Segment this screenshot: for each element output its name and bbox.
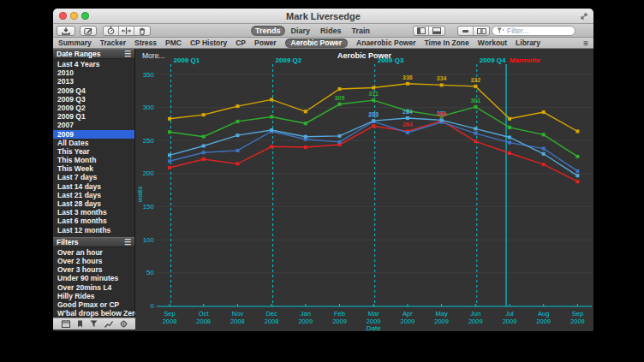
date-range-2009-q2[interactable]: 2009 Q2: [53, 104, 134, 112]
data-point-sky-blue-0[interactable]: [168, 153, 171, 157]
chart-icon[interactable]: [104, 320, 113, 328]
data-point-yellow-0[interactable]: [168, 117, 171, 121]
data-point-green-6[interactable]: [372, 98, 375, 102]
filters-menu-icon[interactable]: ☰: [124, 238, 131, 247]
data-point-sky-blue-2[interactable]: [236, 134, 239, 137]
split-activity-button[interactable]: [119, 27, 134, 35]
tab-pmc[interactable]: PMC: [165, 39, 182, 48]
tiled-view-button[interactable]: [458, 27, 474, 35]
date-range-this-week[interactable]: This Week: [53, 164, 134, 173]
date-range-last-21-days[interactable]: Last 21 days: [53, 191, 134, 199]
data-point-steel-blue-2[interactable]: [236, 149, 239, 152]
date-range-this-year[interactable]: This Year: [53, 147, 134, 156]
tab-workout[interactable]: Workout: [478, 39, 507, 48]
data-point-red-1[interactable]: [202, 157, 206, 161]
data-point-sky-blue-6[interactable]: [372, 119, 375, 122]
data-point-green-5[interactable]: [338, 103, 342, 106]
resize-diagonal-icon[interactable]: [580, 12, 588, 21]
date-ranges-header[interactable]: Date Ranges ☰: [53, 49, 134, 59]
data-point-red-11[interactable]: [542, 163, 546, 166]
data-point-yellow-4[interactable]: [304, 110, 307, 113]
data-point-red-10[interactable]: [508, 151, 511, 155]
date-range-2009[interactable]: 2009: [53, 130, 134, 139]
data-point-steel-blue-5[interactable]: [338, 140, 342, 144]
data-point-green-2[interactable]: [236, 120, 239, 123]
date-range-2009-q3[interactable]: 2009 Q3: [53, 95, 134, 104]
date-range-2009-q1[interactable]: 2009 Q1: [53, 112, 134, 121]
tab-bar-menu-icon[interactable]: ≡: [583, 39, 588, 48]
data-point-green-1[interactable]: [202, 135, 206, 139]
download-activity-button[interactable]: [57, 26, 75, 36]
view-tab-train[interactable]: Train: [348, 26, 375, 36]
filter-hilly-rides[interactable]: Hilly Rides: [53, 292, 134, 300]
data-point-green-11[interactable]: [542, 133, 546, 136]
data-point-sky-blue-4[interactable]: [304, 135, 307, 139]
bookmark-icon[interactable]: [77, 320, 83, 328]
filter-over-2-hours[interactable]: Over 2 hours: [53, 257, 134, 265]
data-point-sky-blue-5[interactable]: [338, 134, 342, 138]
data-point-sky-blue-9[interactable]: [474, 127, 477, 130]
date-range-last-14-days[interactable]: Last 14 days: [53, 182, 134, 191]
data-point-yellow-6[interactable]: [372, 86, 375, 89]
data-point-yellow-12[interactable]: [575, 129, 579, 133]
date-range-2010[interactable]: 2010: [53, 68, 134, 77]
data-point-green-4[interactable]: [304, 122, 307, 125]
data-point-red-3[interactable]: [270, 145, 273, 148]
filter-over-an-hour[interactable]: Over an hour: [53, 248, 134, 257]
tab-anaerobic-power[interactable]: Anaerobic Power: [356, 39, 415, 48]
view-tab-diary[interactable]: Diary: [287, 26, 315, 36]
filters-header[interactable]: Filters ☰: [53, 237, 134, 247]
tab-tracker[interactable]: Tracker: [100, 39, 126, 48]
data-point-steel-blue-11[interactable]: [542, 147, 546, 151]
data-point-red-6[interactable]: [372, 124, 375, 128]
date-range-2007[interactable]: 2007: [53, 121, 134, 129]
data-point-green-12[interactable]: [575, 155, 579, 158]
date-range-2013[interactable]: 2013: [53, 77, 134, 86]
tabbed-view-button[interactable]: [474, 27, 489, 35]
filter-over-20mins-l4[interactable]: Over 20mins L4: [53, 283, 134, 292]
data-point-sky-blue-8[interactable]: [440, 118, 444, 122]
date-range-last-28-days[interactable]: Last 28 days: [53, 199, 134, 208]
filter-under-90-minutes[interactable]: Under 90 minutes: [53, 274, 134, 282]
data-point-red-12[interactable]: [575, 180, 579, 183]
stopwatch-button[interactable]: [104, 27, 119, 35]
view-tab-rides[interactable]: Rides: [316, 26, 346, 36]
data-point-yellow-11[interactable]: [542, 110, 546, 114]
tab-cp[interactable]: CP: [236, 39, 246, 48]
data-point-sky-blue-11[interactable]: [542, 152, 546, 156]
date-ranges-menu-icon[interactable]: ☰: [124, 50, 131, 59]
filter-funnel-icon[interactable]: [90, 320, 98, 328]
data-point-yellow-8[interactable]: [440, 83, 444, 86]
data-point-yellow-2[interactable]: [236, 104, 239, 108]
data-point-red-4[interactable]: [304, 145, 307, 149]
data-point-yellow-7[interactable]: [406, 82, 409, 86]
delete-activity-button[interactable]: [134, 27, 150, 35]
tab-power[interactable]: Power: [254, 39, 277, 48]
data-point-steel-blue-10[interactable]: [508, 141, 511, 145]
data-point-steel-blue-12[interactable]: [575, 169, 579, 173]
data-point-yellow-9[interactable]: [474, 85, 477, 88]
data-point-red-2[interactable]: [236, 162, 239, 165]
data-point-steel-blue-0[interactable]: [168, 159, 171, 163]
data-point-red-0[interactable]: [168, 166, 171, 169]
data-point-green-9[interactable]: [474, 105, 477, 109]
date-range-last-6-months[interactable]: Last 6 months: [53, 217, 134, 225]
data-point-steel-blue-1[interactable]: [202, 151, 206, 154]
filter-field[interactable]: Filter...: [492, 26, 575, 36]
data-point-yellow-3[interactable]: [270, 98, 273, 101]
tab-library[interactable]: Library: [516, 39, 540, 48]
tab-summary[interactable]: Summary: [58, 39, 92, 48]
data-point-green-0[interactable]: [168, 130, 171, 134]
date-range-last-4-years[interactable]: Last 4 Years: [53, 60, 134, 68]
date-range-last-7-days[interactable]: Last 7 days: [53, 173, 134, 181]
compose-activity-button[interactable]: [80, 26, 97, 36]
date-range-last-3-months[interactable]: Last 3 months: [53, 208, 134, 217]
data-point-sky-blue-10[interactable]: [508, 135, 511, 139]
data-point-yellow-10[interactable]: [508, 117, 511, 121]
tab-cp-history[interactable]: CP History: [190, 39, 227, 48]
data-point-red-9[interactable]: [474, 139, 477, 143]
trend-chart-svg[interactable]: 050100150200250300350watts2009 Q12009 Q2…: [135, 49, 593, 331]
data-point-sky-blue-3[interactable]: [270, 128, 273, 132]
data-point-sky-blue-1[interactable]: [202, 144, 206, 147]
toggle-sidebar-button[interactable]: [414, 27, 429, 35]
